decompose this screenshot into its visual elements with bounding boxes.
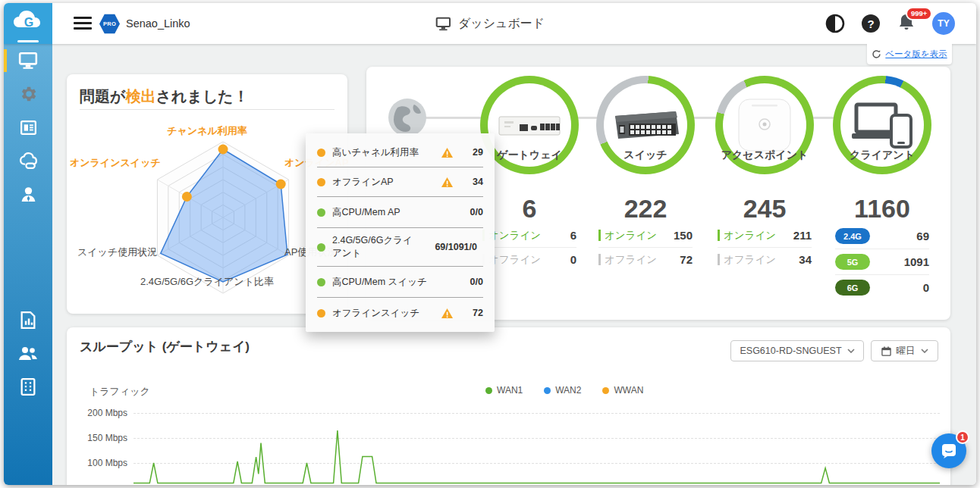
chat-unread-badge: 1 — [956, 430, 969, 444]
chevron-down-icon — [921, 349, 928, 353]
chart-legend: WAN1 WAN2 WWAN — [485, 385, 643, 396]
avatar[interactable]: TY — [932, 12, 955, 35]
issues-card-title: 問題が検出されました！ — [80, 86, 249, 107]
device-label-switch: スイッチ — [590, 149, 701, 162]
legend-wan1[interactable]: WAN1 — [485, 385, 523, 396]
issues-tooltip-popup: 高いチャネル利用率 29 オフラインAP 34 高CPU/Mem AP 0/0 … — [306, 133, 495, 332]
sidebar-item-organization[interactable] — [4, 370, 52, 403]
organization-icon — [19, 377, 37, 396]
cloud-g-logo-icon: G — [4, 3, 52, 44]
traffic-label: トラフィック — [90, 385, 150, 399]
sidebar-item-dashboard[interactable] — [4, 44, 52, 77]
popup-row-cpu-switch[interactable]: 高CPU/Mem スイッチ 0/0 — [317, 267, 483, 298]
radar-axis-label-switch-usage: スイッチ使用状況 — [77, 246, 157, 259]
popup-row-channel[interactable]: 高いチャネル利用率 29 — [317, 138, 483, 167]
sidebar-item-news[interactable] — [4, 111, 52, 144]
help-icon[interactable]: ? — [861, 14, 881, 33]
device-label-accesspoint: アクセスポイント — [709, 149, 820, 162]
account-icon — [19, 185, 38, 204]
warning-icon — [441, 147, 454, 158]
contrast-toggle-icon[interactable] — [825, 14, 845, 33]
gateway-online-row: オンライン6 — [482, 224, 576, 247]
radar-axis-label-online-switch: オンラインスイッチ — [70, 156, 161, 170]
device-ring-switch[interactable]: スイッチ — [596, 76, 695, 174]
accesspoint-online-row: オンライン211 — [718, 224, 812, 247]
chevron-down-icon — [847, 349, 855, 353]
brand-logo[interactable]: G — [4, 3, 52, 44]
popup-row-cpu-ap[interactable]: 高CPU/Mem AP 0/0 — [317, 197, 483, 228]
gear-icon — [18, 84, 38, 104]
monitor-icon — [435, 17, 451, 31]
sidebar-item-reports[interactable] — [4, 303, 52, 336]
svg-text:?: ? — [867, 17, 874, 30]
popup-row-offline-ap[interactable]: オフラインAP 34 — [317, 167, 483, 197]
page-title-label: ダッシュボード — [458, 16, 545, 32]
sidebar-item-settings[interactable] — [4, 77, 52, 111]
sidebar-item-account[interactable] — [4, 177, 52, 211]
legend-wwan[interactable]: WWAN — [602, 385, 643, 396]
internet-globe-icon — [387, 97, 428, 138]
switch-offline-row: オフライン72 — [598, 248, 693, 271]
menu-toggle-button[interactable] — [74, 17, 92, 30]
ytick-150: 150 Mbps — [74, 433, 127, 443]
notification-count-badge: 999+ — [906, 7, 932, 20]
device-ring-accesspoint[interactable]: アクセスポイント — [715, 76, 814, 174]
header-actions: ? 999+ TY — [825, 3, 955, 44]
monitor-icon — [18, 52, 38, 70]
logo-underline — [17, 40, 39, 42]
divider — [80, 109, 335, 110]
svg-text:G: G — [24, 16, 33, 29]
device-ring-gateway[interactable]: ゲートウェイ — [480, 76, 579, 174]
ytick-100: 100 Mbps — [74, 458, 127, 468]
calendar-icon — [881, 346, 891, 356]
accesspoint-total: 245 — [718, 194, 812, 224]
organization-name[interactable]: Senao_Linko — [126, 3, 190, 44]
sidebar — [4, 44, 52, 485]
legend-wan2[interactable]: WAN2 — [544, 385, 581, 396]
switch-total: 222 — [598, 194, 693, 224]
beta-version-link[interactable]: ベータ版を表示 — [867, 44, 952, 64]
period-selector[interactable]: 曜日 — [871, 340, 938, 361]
band-6g-pill: 6G — [835, 280, 870, 296]
clients-total: 1160 — [835, 194, 929, 224]
gateway-total: 6 — [482, 194, 576, 224]
stats-switch: 222 オンライン150 オフライン72 — [598, 194, 693, 271]
throughput-card: スループット (ゲートウェイ) ESG610-RD-SNGUEST 曜日 トラフ… — [67, 327, 950, 485]
clients-band-6g-row: 6G0 — [835, 275, 929, 300]
band-24g-pill: 2.4G — [835, 228, 870, 244]
ytick-200: 200 Mbps — [74, 408, 127, 418]
sidebar-item-team[interactable] — [4, 336, 52, 370]
accesspoint-offline-row: オフライン34 — [718, 248, 812, 271]
cloud-sync-icon — [18, 152, 39, 170]
clients-band-24g-row: 2.4G69 — [835, 224, 929, 249]
throughput-line-chart — [133, 403, 940, 485]
pro-badge: PRO — [99, 14, 120, 34]
chat-icon — [941, 443, 957, 459]
throughput-title: スループット (ゲートウェイ) — [80, 338, 250, 355]
stats-accesspoint: 245 オンライン211 オフライン34 — [718, 194, 812, 271]
device-label-clients: クライアント — [827, 149, 938, 162]
header: G PRO Senao_Linko ダッシュボード ? — [4, 3, 976, 44]
clients-band-5g-row: 5G1091 — [835, 249, 929, 274]
device-ring-clients[interactable]: クライアント — [833, 76, 931, 174]
team-icon — [17, 344, 39, 362]
sidebar-item-firmware[interactable] — [4, 144, 52, 177]
main-content: ベータ版を表示 問題が検出されました！ チャンネル利用率 オンラインAP AP使… — [52, 44, 976, 485]
popup-row-offline-switch[interactable]: オフラインスイッチ 72 — [317, 298, 483, 328]
warning-icon — [441, 177, 454, 188]
gateway-offline-row: オフライン0 — [482, 248, 576, 271]
report-icon — [19, 311, 37, 330]
device-selector[interactable]: ESG610-RD-SNGUEST — [730, 340, 864, 361]
stats-gateway: 6 オンライン6 オフライン0 — [482, 194, 576, 271]
warning-icon — [441, 308, 454, 319]
chat-widget-button[interactable]: 1 — [931, 433, 966, 468]
refresh-icon — [872, 49, 881, 59]
news-icon — [19, 118, 38, 137]
stats-clients: 1160 2.4G69 5G1091 6G0 — [835, 194, 929, 300]
notifications-button[interactable]: 999+ — [897, 12, 916, 35]
beta-link-label: ベータ版を表示 — [885, 48, 947, 60]
page-title: ダッシュボード — [435, 3, 545, 44]
app-window: G PRO Senao_Linko ダッシュボード ? — [4, 3, 976, 485]
band-5g-pill: 5G — [835, 254, 870, 270]
popup-row-band-clients[interactable]: 2.4G/5G/6Gクライアント 69/1091/0 — [317, 228, 483, 267]
